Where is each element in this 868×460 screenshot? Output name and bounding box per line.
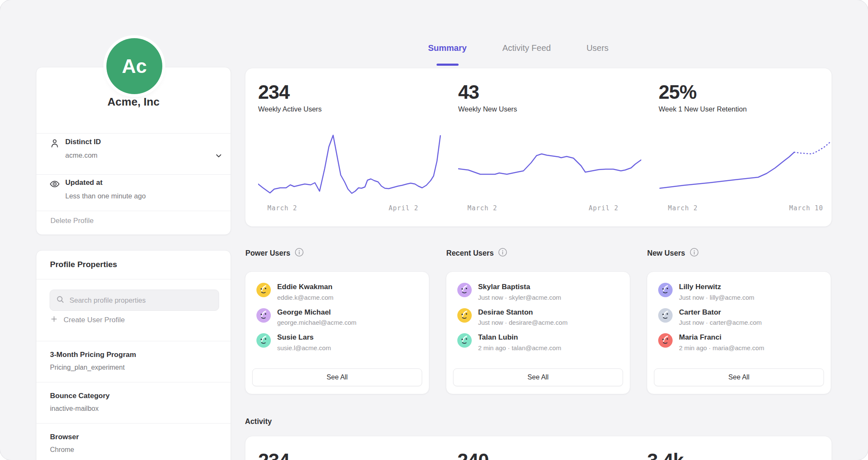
divider [36, 279, 231, 279]
user-detail: 2 min ago · talan@acme.com [478, 344, 561, 351]
tab-bar: Summary Activity Feed Users [427, 43, 609, 53]
tab-users[interactable]: Users [586, 43, 609, 53]
profile-properties-list: 3-Month Pricing Program Pricing_plan_exp… [36, 341, 231, 460]
user-list-item[interactable]: Susie Larssusie.l@acme.com [256, 333, 418, 351]
see-all-button[interactable]: See All [654, 368, 824, 386]
info-icon[interactable] [690, 248, 699, 259]
user-text: Lilly HerwitzJust now · lilly@acme.com [679, 283, 754, 301]
user-avatar [658, 333, 673, 348]
user-text: Skylar BaptistaJust now · skyler@acme.co… [478, 283, 561, 301]
property-label: Browser [50, 433, 217, 441]
create-user-profile-button[interactable]: Create User Profile [50, 315, 125, 325]
user-detail: Just now · lilly@acme.com [679, 294, 754, 301]
profile-properties-card: Profile Properties Create User Profile 3… [36, 250, 231, 460]
user-avatar [457, 333, 472, 348]
user-avatar [658, 283, 673, 297]
profile-properties-search[interactable] [50, 290, 219, 311]
chevron-down-icon[interactable] [214, 151, 224, 161]
user-text: Carter BatorJust now · carter@acme.com [679, 308, 762, 326]
sparkline-chart [258, 131, 441, 199]
user-section-header: New Users [647, 247, 831, 259]
user-detail: Just now · skyler@acme.com [478, 294, 561, 301]
activity-stat-value: 240 [457, 451, 489, 460]
user-name: Carter Bator [679, 308, 762, 317]
x-axis-ticks: March 2March 10 [659, 204, 842, 213]
x-tick-label: April 2 [589, 204, 618, 212]
info-icon[interactable] [498, 248, 507, 259]
divider [36, 133, 231, 134]
x-axis-ticks: March 2April 2 [258, 204, 441, 213]
user-list-item[interactable]: Carter BatorJust now · carter@acme.com [658, 308, 820, 326]
property-label: 3-Month Pricing Program [50, 351, 217, 359]
user-detail: susie.l@acme.com [277, 344, 331, 351]
distinct-id-value: acme.com [65, 151, 97, 159]
user-detail: 2 min ago · maria@acme.com [679, 344, 764, 351]
stat-label: Weekly New Users [458, 105, 517, 113]
user-name: Desirae Stanton [478, 308, 568, 317]
user-text: Susie Larssusie.l@acme.com [277, 333, 331, 351]
user-text: George Michaelgeorge.michael@acme.com [277, 308, 356, 326]
person-icon [49, 138, 60, 149]
plus-icon [50, 315, 58, 325]
user-avatar [658, 308, 673, 323]
user-section-2: New UsersLilly HerwitzJust now · lilly@a… [647, 247, 831, 259]
activity-card: 234 240 3.4k [245, 436, 832, 460]
property-row[interactable]: Browser Chrome [36, 423, 231, 460]
user-section-title: Power Users [245, 249, 290, 258]
user-section-0: Power UsersEddie Kwakmaneddie.k@acme.com… [245, 247, 429, 259]
search-input[interactable] [69, 296, 213, 305]
user-avatar [457, 283, 472, 297]
property-value: inactive-mailbox [50, 405, 217, 413]
info-icon[interactable] [295, 248, 304, 259]
stat-label: Week 1 New User Retention [659, 105, 747, 113]
user-name: Eddie Kwakman [277, 283, 334, 291]
updated-at-label: Updated at [65, 178, 103, 187]
user-text: Maria Franci2 min ago · maria@acme.com [679, 333, 764, 351]
user-list-item[interactable]: Lilly HerwitzJust now · lilly@acme.com [658, 283, 820, 301]
stat-block-0: 234Weekly Active UsersMarch 2April 2 [258, 82, 445, 222]
divider [36, 174, 231, 175]
x-tick-label: April 2 [389, 204, 418, 212]
user-list-item[interactable]: Desirae StantonJust now · desirare@acme.… [457, 308, 619, 326]
user-avatar [457, 308, 472, 323]
property-value: Chrome [50, 446, 217, 454]
user-name: George Michael [277, 308, 356, 317]
user-detail: george.michael@acme.com [277, 319, 356, 326]
user-list-item[interactable]: Skylar BaptistaJust now · skyler@acme.co… [457, 283, 619, 301]
see-all-button[interactable]: See All [453, 368, 623, 386]
activity-stat-value: 234 [258, 451, 289, 460]
user-list-item[interactable]: George Michaelgeorge.michael@acme.com [256, 308, 418, 326]
user-list-item[interactable]: Eddie Kwakmaneddie.k@acme.com [256, 283, 418, 301]
user-detail: eddie.k@acme.com [277, 294, 334, 301]
x-tick-label: March 2 [467, 204, 497, 212]
activity-stat-value: 3.4k [647, 451, 684, 460]
user-list-card: Eddie Kwakmaneddie.k@acme.comGeorge Mich… [245, 271, 429, 394]
user-section-header: Recent Users [446, 247, 630, 259]
user-section-header: Power Users [245, 247, 429, 259]
user-section-title: New Users [647, 249, 685, 258]
x-axis-ticks: March 2April 2 [458, 204, 641, 213]
stat-value: 234 [258, 82, 289, 102]
tab-summary[interactable]: Summary [427, 43, 467, 53]
sparkline-chart [458, 131, 641, 199]
x-tick-label: March 10 [789, 204, 823, 212]
sparkline-chart [659, 131, 842, 199]
tab-activity-feed[interactable]: Activity Feed [501, 43, 551, 53]
property-row[interactable]: 3-Month Pricing Program Pricing_plan_exp… [36, 341, 231, 382]
user-list-item[interactable]: Talan Lubin2 min ago · talan@acme.com [457, 333, 619, 351]
create-user-profile-label: Create User Profile [64, 316, 125, 324]
see-all-button[interactable]: See All [252, 368, 422, 386]
user-name: Maria Franci [679, 333, 764, 342]
user-list-card: Lilly HerwitzJust now · lilly@acme.comCa… [647, 271, 831, 394]
property-row[interactable]: Bounce Category inactive-mailbox [36, 382, 231, 423]
user-section-title: Recent Users [446, 249, 494, 258]
stat-label: Weekly Active Users [258, 105, 322, 113]
search-icon [56, 295, 64, 305]
property-label: Bounce Category [50, 392, 217, 400]
user-avatar [256, 283, 271, 297]
user-list-item[interactable]: Maria Franci2 min ago · maria@acme.com [658, 333, 820, 351]
user-detail: Just now · desirare@acme.com [478, 319, 568, 326]
delete-profile-button[interactable]: Delete Profile [50, 217, 94, 225]
updated-at-value: Less than one minute ago [65, 192, 146, 200]
profile-properties-title: Profile Properties [50, 260, 117, 269]
